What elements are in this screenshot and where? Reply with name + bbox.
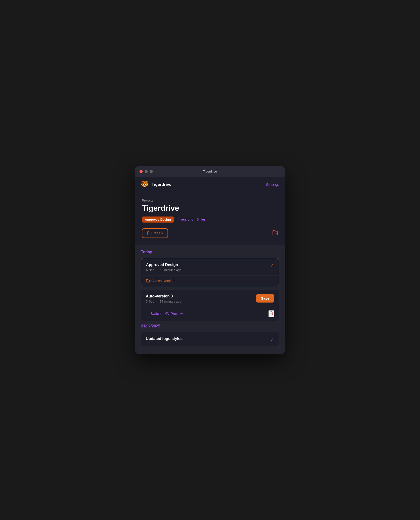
minimize-button[interactable] — [145, 170, 148, 173]
version-card-approved: Approved Design 6 files - 13 minutes ago… — [141, 258, 279, 286]
version-card-bottom-auto3: → Switch Preview — [141, 307, 279, 321]
trash-icon — [269, 311, 274, 316]
version-name-approved: Approved Design — [146, 263, 181, 267]
version-name-logo: Updated logo styles — [146, 337, 182, 341]
version-card-top-auto3: Auto-version 3 5 files - 14 minutes ago … — [141, 290, 279, 307]
app-name-label: Tigerdrive — [152, 182, 171, 187]
folder-open-icon — [147, 231, 152, 235]
breadcrumb: Projects — [142, 199, 278, 202]
project-title: Tigerdrive — [142, 204, 278, 213]
title-bar: Tigerdrive — [135, 166, 285, 177]
app-header: 🐯 Tigerdrive Settings — [135, 177, 285, 193]
close-button[interactable] — [140, 170, 143, 173]
version-name-auto3: Auto-version 3 — [146, 294, 181, 298]
maximize-button[interactable] — [150, 170, 153, 173]
version-info-auto3: Auto-version 3 5 files - 14 minutes ago — [146, 294, 181, 303]
svg-point-2 — [167, 313, 168, 314]
version-details-auto3: 5 files - 14 minutes ago — [146, 300, 181, 303]
version-card-top-approved: Approved Design 6 files - 13 minutes ago… — [141, 258, 279, 275]
older-date-label: 21/02/2025 — [141, 324, 279, 328]
folder-x-icon — [272, 230, 278, 236]
current-version-link[interactable]: Current version — [146, 279, 174, 283]
version-card-logo: Updated logo styles ✓ — [141, 332, 279, 346]
version-card-top-logo: Updated logo styles ✓ — [141, 332, 279, 346]
window-title: Tigerdrive — [203, 170, 217, 173]
version-actions-left: → Switch Preview — [146, 312, 183, 316]
version-card-auto3: Auto-version 3 5 files - 14 minutes ago … — [141, 290, 279, 321]
project-section: Projects Tigerdrive Approved Design 4 ve… — [135, 193, 285, 245]
version-check-logo: ✓ — [270, 337, 274, 342]
traffic-lights — [140, 170, 153, 173]
version-info-approved: Approved Design 6 files - 13 minutes ago — [146, 263, 181, 272]
today-label: Today — [141, 250, 279, 254]
files-count: 6 files — [197, 217, 206, 221]
settings-link[interactable]: Settings — [266, 182, 279, 186]
content-area: Today Approved Design 6 files - 13 minut… — [135, 245, 285, 354]
approved-badge: Approved Design — [142, 217, 174, 223]
preview-button[interactable]: Preview — [165, 312, 183, 316]
switch-button[interactable]: → Switch — [146, 312, 160, 316]
open-button[interactable]: Open — [142, 228, 168, 238]
delete-button-auto3[interactable] — [268, 310, 274, 317]
version-check-approved: ✓ — [270, 263, 274, 268]
project-actions: Open — [142, 228, 278, 238]
versions-count: 4 versions — [178, 217, 193, 221]
app-window: Tigerdrive 🐯 Tigerdrive Settings Project… — [135, 166, 285, 354]
tiger-icon: 🐯 — [141, 180, 149, 189]
save-button-auto3[interactable]: Save — [256, 294, 274, 303]
eye-icon — [165, 312, 169, 316]
remove-folder-button[interactable] — [272, 230, 278, 236]
version-details-approved: 6 files - 13 minutes ago — [146, 268, 181, 272]
version-info-logo: Updated logo styles — [146, 337, 182, 342]
app-logo: 🐯 Tigerdrive — [141, 180, 171, 189]
current-version-bottom: Current version — [141, 275, 279, 286]
folder-current-icon — [146, 279, 150, 283]
project-meta: Approved Design 4 versions 6 files — [142, 217, 278, 223]
arrow-right-icon: → — [146, 312, 149, 316]
